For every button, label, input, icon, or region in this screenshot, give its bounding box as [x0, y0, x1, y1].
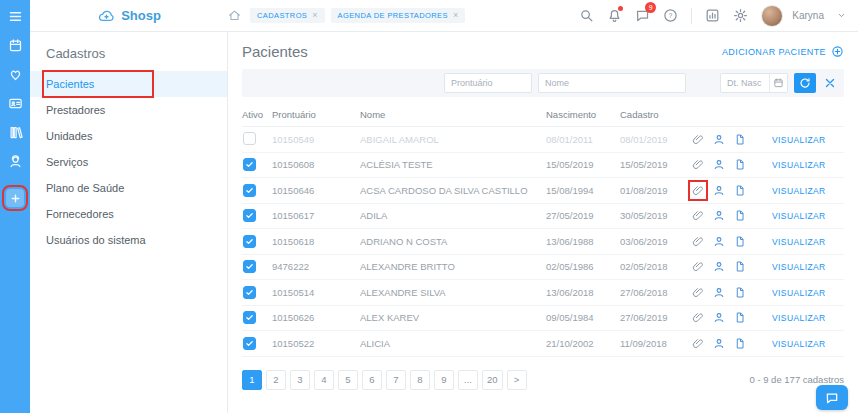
user-icon[interactable]	[713, 158, 725, 171]
document-icon[interactable]	[734, 286, 746, 299]
page-button[interactable]: 6	[362, 370, 382, 390]
sidenav-item[interactable]: Usuários do sistema	[30, 227, 227, 253]
breadcrumb-tab[interactable]: AGENDA DE PRESTADORES ×	[331, 8, 466, 23]
close-icon[interactable]: ×	[453, 11, 458, 20]
page-button[interactable]: ...	[458, 370, 478, 390]
search-icon[interactable]	[579, 8, 594, 23]
chat-icon[interactable]: 9	[635, 8, 650, 23]
calendar-icon[interactable]	[769, 74, 787, 92]
add-patient-button[interactable]: ADICIONAR PACIENTE	[722, 45, 844, 58]
document-icon[interactable]	[734, 209, 746, 222]
page-button[interactable]: 8	[410, 370, 430, 390]
page-button[interactable]: 7	[386, 370, 406, 390]
gear-icon[interactable]	[733, 8, 748, 23]
document-icon[interactable]	[734, 260, 746, 273]
shosp-logo-icon	[97, 8, 116, 23]
paperclip-icon[interactable]	[692, 337, 704, 350]
calendar-icon[interactable]	[8, 38, 23, 53]
menu-icon[interactable]	[8, 9, 23, 24]
active-checkbox[interactable]	[243, 311, 256, 324]
visualizar-link[interactable]: VISUALIZAR	[772, 186, 826, 196]
date-filter-input[interactable]	[721, 74, 769, 92]
user-icon[interactable]	[713, 184, 725, 197]
bell-icon[interactable]	[607, 8, 622, 23]
visualizar-link[interactable]: VISUALIZAR	[772, 211, 826, 221]
active-checkbox[interactable]	[243, 260, 256, 273]
sidenav-item[interactable]: Pacientes	[30, 71, 227, 97]
chart-icon[interactable]	[705, 8, 720, 23]
plus-icon[interactable]	[6, 189, 24, 207]
active-checkbox[interactable]	[243, 132, 256, 145]
document-icon[interactable]	[734, 184, 746, 197]
avatar[interactable]	[761, 5, 783, 27]
page-button[interactable]: 4	[314, 370, 334, 390]
user-icon[interactable]	[713, 235, 725, 248]
active-checkbox[interactable]	[243, 235, 256, 248]
visualizar-link[interactable]: VISUALIZAR	[772, 160, 826, 170]
page-button[interactable]: 1	[242, 370, 262, 390]
user-name[interactable]: Karyna	[792, 10, 824, 21]
visualizar-link[interactable]: VISUALIZAR	[772, 313, 826, 323]
document-icon[interactable]	[734, 235, 746, 248]
document-icon[interactable]	[734, 311, 746, 324]
page-button[interactable]: 20	[482, 370, 503, 390]
user-icon[interactable]	[713, 209, 725, 222]
breadcrumb-tab[interactable]: CADASTROS ×	[250, 8, 325, 23]
paperclip-icon[interactable]	[692, 311, 704, 324]
user-icon[interactable]	[713, 133, 725, 146]
active-checkbox[interactable]	[243, 209, 256, 222]
close-icon[interactable]: ×	[312, 11, 317, 20]
refresh-button[interactable]	[794, 73, 816, 93]
page-button[interactable]: 5	[338, 370, 358, 390]
user-icon[interactable]	[713, 260, 725, 273]
document-icon[interactable]	[734, 337, 746, 350]
document-icon[interactable]	[734, 158, 746, 171]
prontuario-filter-input[interactable]	[444, 73, 532, 93]
page-button[interactable]: 3	[290, 370, 310, 390]
paperclip-icon[interactable]	[692, 184, 704, 197]
nome-filter-input[interactable]	[538, 73, 686, 93]
page-button[interactable]: 2	[266, 370, 286, 390]
chat-fab-button[interactable]	[816, 385, 848, 410]
active-checkbox[interactable]	[243, 286, 256, 299]
paperclip-icon[interactable]	[692, 133, 704, 146]
page-button[interactable]: 9	[434, 370, 454, 390]
card-icon[interactable]	[8, 96, 23, 111]
cell-prontuario: 10150646	[272, 185, 360, 196]
home-icon[interactable]	[228, 9, 241, 22]
active-checkbox[interactable]	[243, 184, 256, 197]
visualizar-link[interactable]: VISUALIZAR	[772, 135, 826, 145]
library-icon[interactable]	[8, 125, 23, 140]
document-icon[interactable]	[734, 133, 746, 146]
support-icon[interactable]	[8, 154, 23, 169]
user-icon[interactable]	[713, 286, 725, 299]
help-icon[interactable]: ?	[663, 8, 678, 23]
paperclip-icon[interactable]	[692, 260, 704, 273]
visualizar-link[interactable]: VISUALIZAR	[772, 237, 826, 247]
sidenav-title: Cadastros	[30, 32, 227, 71]
page-button[interactable]: >	[507, 370, 527, 390]
paperclip-icon[interactable]	[692, 286, 704, 299]
active-checkbox[interactable]	[243, 337, 256, 350]
breadcrumb-tab-label: CADASTROS	[257, 11, 307, 20]
user-icon[interactable]	[713, 311, 725, 324]
sidenav-item[interactable]: Fornecedores	[30, 201, 227, 227]
heart-icon[interactable]	[8, 67, 23, 82]
sidenav-item[interactable]: Plano de Saúde	[30, 175, 227, 201]
visualizar-link[interactable]: VISUALIZAR	[772, 339, 826, 349]
paperclip-icon[interactable]	[692, 235, 704, 248]
sidenav-item[interactable]: Prestadores	[30, 97, 227, 123]
paperclip-icon[interactable]	[692, 209, 704, 222]
table-row: 9476222 ALEXANDRE BRITTO 02/05/1986 02/0…	[242, 255, 844, 281]
table-row: 10150514 ALEXANDRE SILVA 13/06/2018 27/0…	[242, 280, 844, 306]
active-checkbox[interactable]	[243, 158, 256, 171]
clear-filters-icon[interactable]	[822, 75, 838, 91]
sidenav-item[interactable]: Serviços	[30, 149, 227, 175]
visualizar-link[interactable]: VISUALIZAR	[772, 262, 826, 272]
user-icon[interactable]	[713, 337, 725, 350]
sidenav-item[interactable]: Unidades	[30, 123, 227, 149]
chevron-down-icon[interactable]	[837, 11, 846, 20]
visualizar-link[interactable]: VISUALIZAR	[772, 288, 826, 298]
breadcrumb-tabs: CADASTROS × AGENDA DE PRESTADORES ×	[250, 8, 465, 23]
paperclip-icon[interactable]	[692, 158, 704, 171]
